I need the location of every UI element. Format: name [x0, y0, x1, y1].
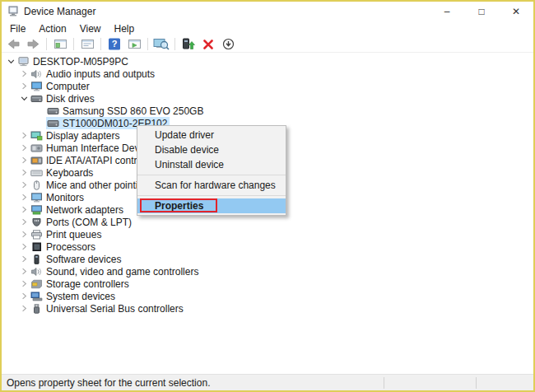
tree-item-software-devices[interactable]: Software devices: [2, 253, 533, 265]
sound-icon: [30, 267, 43, 277]
software-device-icon: [30, 254, 43, 264]
close-button[interactable]: ✕: [499, 2, 533, 21]
toolbar-separator: [46, 38, 47, 50]
chevron-right-icon[interactable]: [18, 144, 30, 152]
chevron-right-icon[interactable]: [18, 292, 30, 300]
window-controls: –□✕: [430, 2, 533, 21]
row-content: Samsung SSD 860 EVO 250GB: [46, 105, 206, 117]
disk-icon: [47, 119, 59, 128]
tree-item-print-queues[interactable]: Print queues: [2, 228, 533, 240]
chevron-right-icon[interactable]: [18, 243, 30, 250]
svg-text:?: ?: [112, 39, 118, 49]
tree-item-sound-video-and-game-controllers[interactable]: Sound, video and game controllers: [2, 265, 533, 278]
context-menu-item-update-driver[interactable]: Update driver: [137, 128, 286, 142]
maximize-button[interactable]: □: [464, 2, 499, 21]
tree-item-storage-controllers[interactable]: Storage controllers: [2, 278, 533, 290]
forward-button[interactable]: [24, 36, 42, 52]
status-text: Opens property sheet for the current sel…: [7, 377, 210, 389]
uninstall-device-button[interactable]: [199, 36, 217, 52]
chevron-right-icon[interactable]: [18, 194, 30, 201]
tree-item-processors[interactable]: Processors: [2, 240, 533, 253]
chevron-right-icon[interactable]: [18, 218, 30, 226]
chevron-right-icon[interactable]: [18, 70, 30, 77]
processor-icon: [30, 242, 43, 252]
show-console-tree-button[interactable]: [51, 36, 69, 52]
system-device-icon: [30, 292, 43, 301]
tree-item-audio-inputs-and-outputs[interactable]: Audio inputs and outputs: [2, 68, 533, 80]
menu-help[interactable]: Help: [108, 22, 142, 35]
tree-item-label: DESKTOP-M05P9PC: [33, 56, 128, 68]
properties-window-icon: [81, 38, 95, 50]
chevron-right-icon[interactable]: [18, 82, 30, 90]
tree-item-label: Disk drives: [46, 93, 95, 105]
tree-item-universal-serial-bus-controllers[interactable]: Universal Serial Bus controllers: [2, 302, 533, 315]
tree-item-label: System devices: [46, 291, 115, 302]
uninstall-device-icon: [202, 39, 214, 50]
row-content: Computer: [30, 80, 92, 92]
context-menu-item-properties[interactable]: Properties: [137, 198, 286, 213]
tree-item-computer[interactable]: Computer: [2, 80, 533, 92]
tree-item-label: Display adapters: [46, 130, 119, 142]
chevron-right-icon[interactable]: [18, 280, 30, 287]
row-content: Network adapters: [30, 203, 126, 216]
properties-button[interactable]: [78, 36, 96, 52]
tree-item-disk-drives[interactable]: Disk drives: [2, 92, 533, 105]
tree-item-label: Audio inputs and outputs: [46, 68, 155, 80]
close-icon: ✕: [512, 6, 520, 17]
menu-view[interactable]: View: [73, 22, 108, 35]
scan-hardware-icon: [153, 38, 170, 50]
ide-icon: [30, 156, 43, 166]
tree-item-samsung-ssd-860-evo-250gb[interactable]: Samsung SSD 860 EVO 250GB: [2, 105, 533, 117]
chevron-down-icon[interactable]: [18, 95, 30, 102]
window-title: Device Manager: [24, 6, 95, 17]
context-menu-item-scan-for-hardware-changes[interactable]: Scan for hardware changes: [137, 178, 286, 193]
context-menu-item-uninstall-device[interactable]: Uninstall device: [137, 157, 286, 172]
disable-device-button[interactable]: [219, 36, 237, 52]
chevron-right-icon[interactable]: [18, 268, 30, 275]
row-content: Universal Serial Bus controllers: [30, 302, 186, 315]
disk-icon: [30, 94, 43, 104]
chevron-right-icon[interactable]: [18, 181, 30, 189]
network-adapter-icon: [30, 205, 43, 215]
titlebar: Device Manager –□✕: [2, 2, 533, 21]
row-content: Display adapters: [30, 129, 122, 142]
help-button[interactable]: ?: [105, 36, 123, 52]
minimize-button[interactable]: –: [430, 2, 464, 21]
chevron-right-icon[interactable]: [18, 255, 30, 263]
menu-action[interactable]: Action: [32, 22, 72, 35]
storage-controller-icon: [30, 279, 43, 289]
menu-file[interactable]: File: [3, 22, 32, 35]
scan-hardware-changes-button[interactable]: [152, 36, 170, 52]
computer-icon: [17, 57, 30, 67]
usb-icon: [30, 304, 43, 314]
minimize-icon: –: [444, 6, 450, 17]
toolbar-separator: [147, 38, 148, 50]
chevron-right-icon[interactable]: [18, 169, 30, 176]
toolbar-separator: [73, 38, 74, 50]
keyboard-icon: [30, 168, 43, 178]
chevron-right-icon[interactable]: [18, 231, 30, 238]
chevron-right-icon[interactable]: [18, 206, 30, 213]
disable-device-icon: [222, 38, 235, 50]
help-icon: ?: [108, 38, 121, 50]
chevron-down-icon[interactable]: [5, 58, 16, 65]
tree-item-label: Ports (COM & LPT): [46, 217, 132, 228]
tree-item-label: Print queues: [46, 229, 101, 240]
row-content: Processors: [30, 240, 98, 253]
tree-item-ports-com-lpt[interactable]: Ports (COM & LPT): [2, 216, 533, 228]
context-menu-item-disable-device[interactable]: Disable device: [137, 142, 286, 157]
action-pane-button[interactable]: [125, 36, 143, 52]
back-arrow-icon: [7, 38, 21, 50]
update-driver-button[interactable]: [179, 36, 198, 52]
back-button[interactable]: [4, 36, 22, 52]
row-content: Software devices: [30, 253, 123, 265]
tree-item-desktop-m05p9pc[interactable]: DESKTOP-M05P9PC: [2, 55, 533, 68]
context-menu: Update driverDisable deviceUninstall dev…: [137, 125, 286, 216]
row-content: Keyboards: [30, 166, 95, 179]
chevron-right-icon[interactable]: [18, 156, 30, 164]
tree-item-system-devices[interactable]: System devices: [2, 290, 533, 302]
row-content: Ports (COM & LPT): [30, 216, 134, 228]
chevron-right-icon[interactable]: [18, 132, 30, 139]
hid-icon: [30, 143, 43, 153]
chevron-right-icon[interactable]: [18, 305, 30, 312]
